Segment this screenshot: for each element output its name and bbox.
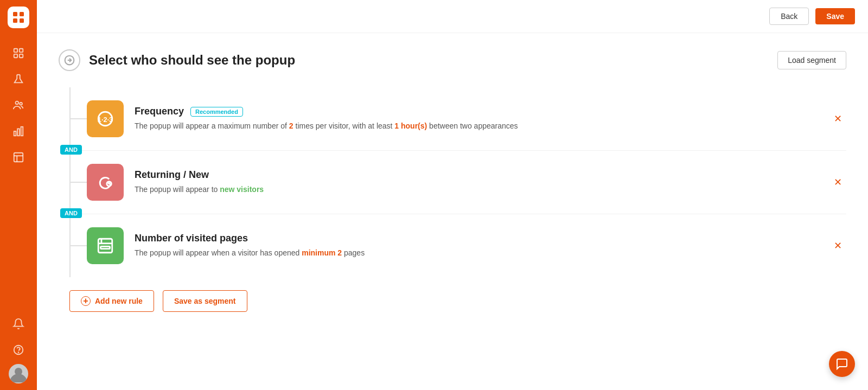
main-content: Back Save Select who should see the popu… xyxy=(37,0,868,390)
page-header: Select who should see the popup Load seg… xyxy=(59,49,846,71)
svg-rect-14 xyxy=(14,153,23,162)
pages-minimum: minimum 2 xyxy=(302,248,342,257)
rule-connector xyxy=(71,118,87,119)
returning-target: new visitors xyxy=(220,185,264,194)
sidebar-item-analytics[interactable] xyxy=(7,119,30,143)
rule-title-row-frequency: Frequency Recommended xyxy=(135,106,821,117)
sidebar-item-experiment[interactable] xyxy=(7,67,30,91)
rule-close-visited-pages[interactable]: ✕ xyxy=(829,235,846,256)
svg-rect-1 xyxy=(20,12,24,16)
rule-title-row-visited-pages: Number of visited pages xyxy=(135,233,821,244)
rule-row-visited-pages: Number of visited pages The popup will a… xyxy=(71,214,846,277)
svg-rect-12 xyxy=(17,129,20,136)
back-button[interactable]: Back xyxy=(769,8,809,25)
help-icon xyxy=(12,344,24,356)
logo-icon xyxy=(12,11,25,24)
svg-rect-0 xyxy=(13,12,17,16)
rule-connector-3 xyxy=(71,245,87,246)
svg-rect-11 xyxy=(14,131,16,136)
rule-desc-frequency: The popup will appear a maximum number o… xyxy=(135,120,821,132)
chat-icon xyxy=(835,357,848,370)
page-title: Select who should see the popup xyxy=(89,53,295,68)
svg-rect-28 xyxy=(101,246,110,248)
audience-icon xyxy=(12,99,24,111)
svg-rect-4 xyxy=(14,49,17,52)
rule-desc-returning: The popup will appear to new visitors xyxy=(135,184,821,195)
svg-text:1·2·3: 1·2·3 xyxy=(98,116,113,124)
sidebar-item-dashboard[interactable] xyxy=(7,41,30,65)
svg-rect-7 xyxy=(20,54,23,57)
frequency-svg: 1·2·3 xyxy=(96,110,114,128)
back-arrow-icon xyxy=(59,49,80,71)
svg-rect-3 xyxy=(20,18,24,23)
svg-rect-6 xyxy=(14,54,17,57)
rule-close-frequency[interactable]: ✕ xyxy=(829,108,846,129)
rule-title-returning: Returning / New xyxy=(135,169,209,181)
visited-pages-icon xyxy=(87,227,124,264)
rule-title-frequency: Frequency xyxy=(135,106,184,117)
experiment-icon xyxy=(12,73,24,85)
frequency-icon: 1·2·3 xyxy=(87,100,124,137)
svg-point-18 xyxy=(18,352,19,353)
app-logo[interactable] xyxy=(8,7,29,28)
bottom-buttons: + Add new rule Save as segment xyxy=(69,290,846,312)
rules-container: 1·2·3 Frequency Recommended The popup wi… xyxy=(69,87,846,277)
load-segment-button[interactable]: Load segment xyxy=(777,51,846,69)
sidebar xyxy=(0,0,37,390)
returning-svg xyxy=(96,173,114,191)
rule-info-frequency: Frequency Recommended The popup will app… xyxy=(135,106,821,132)
pages-svg xyxy=(96,236,114,255)
bell-icon xyxy=(12,318,24,330)
topbar: Back Save xyxy=(37,0,868,33)
rule-info-returning: Returning / New The popup will appear to… xyxy=(135,169,821,195)
rule-row-frequency: 1·2·3 Frequency Recommended The popup wi… xyxy=(71,87,846,151)
avatar-image xyxy=(9,364,28,383)
rule-connector-2 xyxy=(71,182,87,183)
svg-rect-13 xyxy=(21,127,23,136)
analytics-icon xyxy=(12,125,24,137)
frequency-interval: 1 hour(s) xyxy=(394,122,427,130)
svg-point-10 xyxy=(20,103,22,105)
returning-icon xyxy=(87,164,124,201)
add-rule-button[interactable]: + Add new rule xyxy=(69,290,154,312)
rule-title-row-returning: Returning / New xyxy=(135,169,821,181)
svg-rect-2 xyxy=(13,18,17,23)
rule-title-visited-pages: Number of visited pages xyxy=(135,233,248,244)
frequency-count: 2 xyxy=(289,122,293,130)
save-segment-button[interactable]: Save as segment xyxy=(163,290,247,312)
sidebar-item-audience[interactable] xyxy=(7,93,30,117)
user-avatar[interactable] xyxy=(9,364,28,383)
sidebar-item-layout[interactable] xyxy=(7,145,30,169)
sidebar-item-notifications[interactable] xyxy=(7,312,30,336)
chat-bubble[interactable] xyxy=(829,351,855,377)
save-button[interactable]: Save xyxy=(815,8,855,24)
svg-point-9 xyxy=(16,101,19,105)
layout-icon xyxy=(12,151,24,163)
recommended-badge: Recommended xyxy=(190,107,243,117)
dashboard-icon xyxy=(12,47,24,59)
rule-info-visited-pages: Number of visited pages The popup will a… xyxy=(135,233,821,259)
sidebar-item-help[interactable] xyxy=(7,338,30,362)
rule-close-returning[interactable]: ✕ xyxy=(829,172,846,193)
plus-icon: + xyxy=(81,296,91,306)
rule-desc-visited-pages: The popup will appear when a visitor has… xyxy=(135,247,821,259)
rule-row-returning: Returning / New The popup will appear to… xyxy=(71,151,846,214)
content-area: Select who should see the popup Load seg… xyxy=(37,33,868,390)
page-header-left: Select who should see the popup xyxy=(59,49,295,71)
add-rule-label: Add new rule xyxy=(95,297,143,305)
svg-rect-5 xyxy=(20,49,23,52)
